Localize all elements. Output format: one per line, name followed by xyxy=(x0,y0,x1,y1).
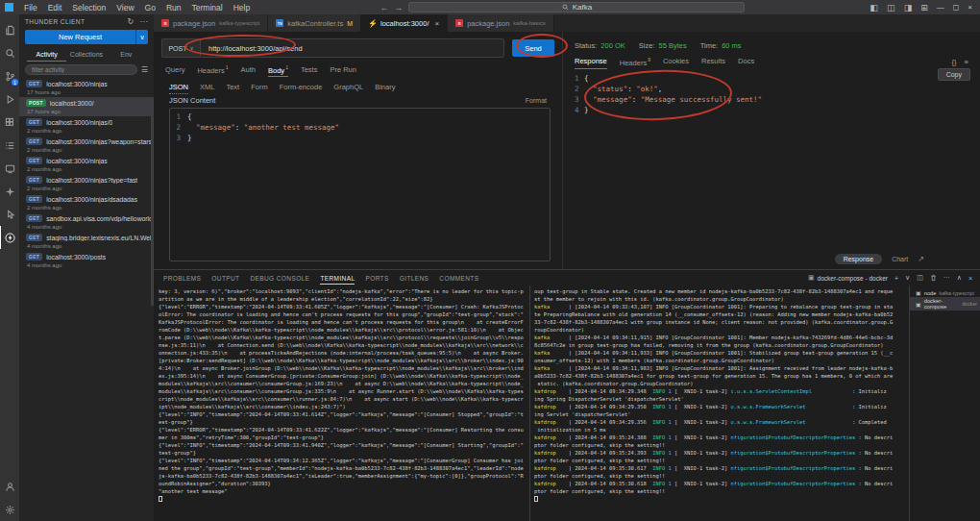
sidebar-tab[interactable]: Env xyxy=(107,48,146,61)
sidebar-tab[interactable]: Activity xyxy=(27,48,66,62)
expand-icon[interactable]: ↗ xyxy=(918,255,924,263)
customize-layout-icon[interactable]: ⊞ xyxy=(920,3,928,12)
menu-item[interactable]: Edit xyxy=(43,2,67,13)
minimize-button[interactable]: — xyxy=(937,3,944,12)
response-view-toggle[interactable]: Response xyxy=(835,254,883,264)
explorer-icon[interactable] xyxy=(0,18,19,41)
terminal-list-item[interactable]: ▣ docker-compose docker xyxy=(910,297,980,310)
body-type-tab[interactable]: JSON xyxy=(169,80,188,94)
more-actions-icon[interactable]: ⋯ xyxy=(140,17,148,26)
request-tab[interactable]: Headers1 xyxy=(197,62,228,77)
terminal-node-output[interactable]: key: 3, version: 6)","broker":"localhost… xyxy=(154,285,530,521)
request-history-item[interactable]: GET localhost:3000/ninjas?weapon=stars 2… xyxy=(19,136,154,155)
request-history-item[interactable]: GET localhost:3000/posts 4 months ago xyxy=(19,251,154,270)
body-type-tab[interactable]: GraphQL xyxy=(333,80,363,93)
menu-item[interactable]: Go xyxy=(140,2,160,13)
send-button[interactable]: Send xyxy=(512,39,554,57)
sidebar-tab[interactable]: Collections xyxy=(66,48,106,61)
body-type-tab[interactable]: Binary xyxy=(375,80,395,93)
toggle-panel-icon[interactable]: ◫ xyxy=(887,3,895,12)
close-tab-icon[interactable]: × xyxy=(434,19,439,28)
source-control-icon[interactable]: 1 xyxy=(0,64,19,87)
menu-item[interactable]: Run xyxy=(161,2,186,13)
panel-more-icon[interactable]: ⋯ xyxy=(943,274,950,282)
response-tab[interactable]: Response xyxy=(575,54,607,69)
nav-back-icon[interactable]: ← xyxy=(380,3,388,12)
account-icon[interactable] xyxy=(0,475,19,498)
body-type-tab[interactable]: XML xyxy=(200,80,214,93)
editor-tab[interactable]: package.json kafka-basics xyxy=(448,14,554,32)
response-tab[interactable]: Headers9 xyxy=(620,54,650,69)
list-tree-icon[interactable] xyxy=(0,134,19,157)
response-tab[interactable]: Docs xyxy=(738,54,754,69)
menu-item[interactable]: File xyxy=(19,2,42,13)
editor-tab[interactable]: kafkaController.ts M xyxy=(268,14,361,32)
maximize-button[interactable]: ◻ xyxy=(953,3,960,12)
body-type-tab[interactable]: Form xyxy=(251,80,268,93)
menu-item[interactable]: View xyxy=(111,2,138,13)
request-tab[interactable]: Body1 xyxy=(268,62,288,78)
new-terminal-icon[interactable]: + xyxy=(894,275,898,282)
request-tab[interactable]: Pre Run xyxy=(330,62,356,76)
refresh-icon[interactable]: ↻ xyxy=(127,17,134,26)
live-preview-icon[interactable] xyxy=(0,157,19,180)
maximize-panel-icon[interactable]: ∧ xyxy=(957,274,962,282)
panel-tab[interactable]: OUTPUT xyxy=(211,272,239,285)
menu-item[interactable]: Selection xyxy=(67,2,110,13)
search-icon[interactable] xyxy=(0,41,19,64)
request-history-item[interactable]: GET localhost:3000/ninjas/dsadadas 2 mon… xyxy=(19,193,154,212)
menu-item[interactable]: Help xyxy=(229,2,255,13)
request-history-item[interactable]: GET sandbox.api.visa.com/vdp/helloworld … xyxy=(19,212,154,232)
method-select[interactable]: POST ∨ xyxy=(161,38,200,58)
editor-tab[interactable]: localhost:3000/ × xyxy=(361,14,448,32)
request-history-item[interactable]: GET localhost:3000/ninjas?type=fast 2 mo… xyxy=(19,174,154,193)
request-history-item[interactable]: GET localhost:3000/ninjas 17 hours ago xyxy=(19,78,154,97)
kill-terminal-icon[interactable] xyxy=(930,274,937,282)
terminal-dropdown-icon[interactable]: ∨ xyxy=(905,274,910,282)
nav-forward-icon[interactable]: → xyxy=(394,3,403,12)
split-terminal-icon[interactable]: ◫ xyxy=(917,274,923,282)
panel-tab[interactable]: COMMENTS xyxy=(439,272,478,285)
terminal-list-item[interactable]: ▣ node kafka-typescript xyxy=(910,288,980,297)
terminal-docker-output[interactable]: oup test-group in Stable state. Created … xyxy=(530,285,909,521)
new-request-button[interactable]: New Request xyxy=(25,30,135,44)
body-type-tab[interactable]: Text xyxy=(226,80,239,93)
pointer-icon[interactable] xyxy=(0,203,19,226)
request-history-item[interactable]: GET localhost:3000/ninjas 2 months ago xyxy=(19,155,154,174)
terminal-selector[interactable]: ▣ docker-compose - docker xyxy=(808,274,888,282)
response-tab[interactable]: Cookies xyxy=(663,54,689,69)
run-debug-icon[interactable] xyxy=(0,87,19,111)
sparkle-icon[interactable] xyxy=(0,180,19,203)
request-history-item[interactable]: POST localhost:3000/ 17 hours ago xyxy=(19,97,154,116)
response-tab[interactable]: Results xyxy=(701,54,725,69)
request-tab[interactable]: Query xyxy=(165,62,184,76)
thunder-client-icon[interactable] xyxy=(0,226,19,249)
filter-activity-input[interactable] xyxy=(25,64,137,75)
panel-tab[interactable]: PROBLEMS xyxy=(163,272,201,285)
close-panel-icon[interactable]: × xyxy=(968,275,972,282)
format-link[interactable]: Format xyxy=(526,97,547,104)
raw-braces-icon[interactable]: {} xyxy=(952,58,957,66)
url-input[interactable] xyxy=(200,38,504,58)
editor-tab[interactable]: package.json kafka-typescript xyxy=(154,14,268,32)
chart-view-toggle[interactable]: Chart xyxy=(892,256,908,262)
settings-gear-icon[interactable] xyxy=(0,498,19,521)
command-search-box[interactable]: Kafka xyxy=(408,2,745,12)
request-tab[interactable]: Auth xyxy=(241,62,256,76)
close-button[interactable]: × xyxy=(968,3,972,12)
panel-tab[interactable]: TERMINAL xyxy=(320,272,355,285)
panel-tab[interactable]: GITLENS xyxy=(400,272,429,285)
request-history-item[interactable]: GET staging.bridger.lexisnexis.eu/LN.Web… xyxy=(19,232,154,251)
menu-item[interactable]: Terminal xyxy=(187,2,228,13)
toggle-sidebar-icon[interactable]: ◧ xyxy=(870,3,879,12)
copy-button[interactable]: Copy xyxy=(938,68,970,81)
request-body-editor[interactable]: 1{ 2 "message": "another test message" 3… xyxy=(169,108,551,261)
extensions-icon[interactable] xyxy=(0,111,19,134)
request-history-item[interactable]: GET localhost:3000/ninjas/0 2 months ago xyxy=(19,116,154,136)
wrap-lines-icon[interactable]: ≡ xyxy=(965,58,968,66)
panel-tab[interactable]: PORTS xyxy=(365,272,388,285)
new-request-dropdown[interactable]: ∨ xyxy=(135,30,148,44)
toggle-secondary-sidebar-icon[interactable]: ◨ xyxy=(904,3,913,12)
request-tab[interactable]: Tests xyxy=(301,62,318,76)
sort-icon[interactable]: ☰ xyxy=(141,65,148,74)
